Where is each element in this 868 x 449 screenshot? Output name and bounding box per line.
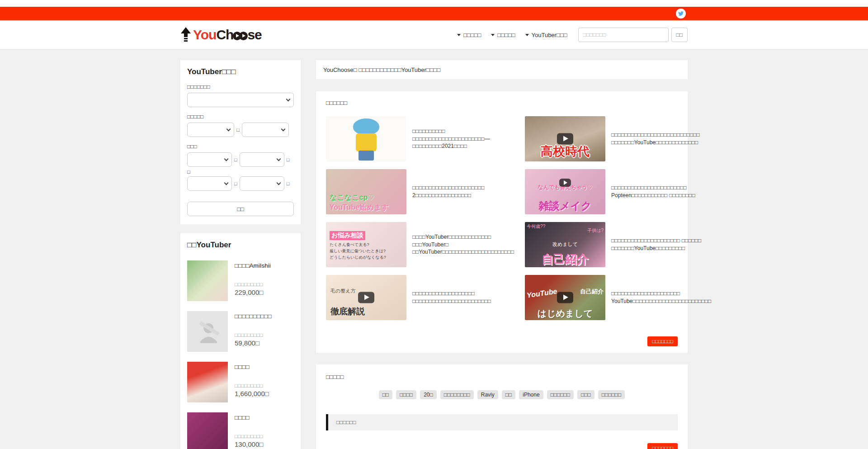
tag-chip-row: □□ □□□□ 20□ □□□□□□□□ Raviy □□ iPhone □□□…: [326, 390, 678, 399]
video-thumbnail[interactable]: YouTube 自己紹介 はじめまして: [525, 275, 605, 320]
video-title[interactable]: □□□□□□□□□□□□□□□□□□□□□ YouTube□□□□□□□□□□□…: [611, 290, 711, 305]
thumbnail-text: 自己紹介: [580, 288, 604, 296]
subscriber-count: 130,000□: [235, 440, 263, 448]
nav-item-2[interactable]: □□□□□: [491, 32, 515, 38]
video-title[interactable]: □□□□□□□□□□□□□□□□□□□□□□ 2□□□□□□□□□□□□□□□□…: [412, 184, 514, 199]
tag-chip[interactable]: □□□□: [396, 390, 416, 399]
tag-chip[interactable]: □□□: [577, 390, 594, 399]
video-title[interactable]: □□□□□□□□□□□□□□□□□□□ □□□□□□□□□□□□□□□□□□□□…: [412, 290, 514, 305]
chevron-down-icon: [457, 34, 461, 36]
thumbnail-text: 雑談メイク: [539, 199, 592, 213]
tag-chip[interactable]: iPhone: [519, 390, 543, 399]
youtuber-photo: [187, 260, 228, 301]
logo-ch: Ch: [216, 27, 233, 42]
thumbnail-text: なこなこcp♡: [330, 193, 374, 203]
subscriber-count: 229,000□: [235, 288, 271, 296]
site-logo[interactable]: YouChse: [180, 27, 262, 43]
video-list-item[interactable]: なんでも答えちゃう♡ 雑談メイク □□□□□□□□□□□□□□□□□□□□□□□…: [525, 169, 711, 214]
youtuber-list-item[interactable]: □□□□ □□□□□□□□□ 130,000□: [187, 412, 294, 449]
youtuber-list-item[interactable]: □□□□□□□□□□ □□□□□□□□□ 59,800□: [187, 311, 294, 352]
thumbnail-text: はじめまして: [538, 307, 593, 320]
video-thumbnail[interactable]: なこなこcp♡ YouTube始めます: [326, 169, 406, 214]
range3-max-select[interactable]: [240, 152, 284, 167]
play-button-icon: [557, 133, 573, 145]
video-thumbnail[interactable]: 毛の整え方 徹底解説: [326, 275, 406, 320]
ranking-panel-title: □□YouTuber: [187, 241, 294, 250]
thumbnail-text: YouTube始めます: [330, 203, 389, 213]
video-thumbnail[interactable]: 高校時代: [525, 116, 605, 161]
range2-connector: □: [236, 127, 240, 132]
range4-min-select[interactable]: [187, 176, 232, 191]
filter-field1-label: □□□□□□□: [187, 84, 294, 90]
tags-section-heading: □□□□□: [326, 373, 678, 380]
nav-item-1[interactable]: □□□□□: [457, 32, 481, 38]
thumbnail-text: 今何歳??: [527, 223, 545, 230]
video-thumbnail[interactable]: なんでも答えちゃう♡ 雑談メイク: [525, 169, 605, 214]
range3-min-select[interactable]: [187, 152, 232, 167]
range4-max-select[interactable]: [240, 176, 284, 191]
video-list-item[interactable]: なこなこcp♡ YouTube始めます □□□□□□□□□□□□□□□□□□□□…: [326, 169, 514, 214]
video-title[interactable]: □□□□□□□□□□□□□□□□□□□□□□□□□□□ □□□□□□□YouTu…: [611, 131, 711, 147]
video-list-item[interactable]: □□□□□□□□□□ □□□□□□□□□□□□□□□□□□□□□□—□□□□□□…: [326, 116, 514, 161]
more-videos-button[interactable]: □□□□□□□: [647, 336, 678, 346]
top-white-strip: [0, 0, 868, 7]
cartoon-shirt-shape: [356, 133, 377, 151]
filter-field3-label: □□□: [187, 143, 294, 150]
filter-submit-button[interactable]: □□: [187, 202, 294, 216]
video-title[interactable]: □□□□□□□□□□ □□□□□□□□□□□□□□□□□□□□□□—□□□□□□…: [412, 128, 514, 150]
range4-suffix: □: [287, 181, 290, 186]
video-grid: □□□□□□□□□□ □□□□□□□□□□□□□□□□□□□□□□—□□□□□□…: [326, 116, 678, 320]
video-title[interactable]: □□□□YouTuber□□□□□□□□□□□□□ □□□YouTuber□ □…: [412, 233, 514, 256]
social-bar: [0, 7, 868, 20]
thumbnail-text: YouTube: [526, 287, 557, 299]
range2-max-select[interactable]: [242, 123, 289, 137]
logo-text: YouChse: [193, 27, 262, 43]
nav-item-youtuber[interactable]: YouTuber□□□: [525, 32, 567, 38]
header-search: □□: [578, 28, 688, 42]
tag-chip[interactable]: □□: [502, 390, 516, 399]
twitter-bird-icon: [678, 11, 684, 16]
video-list-item[interactable]: 高校時代 □□□□□□□□□□□□□□□□□□□□□□□□□□□ □□□□□□□…: [525, 116, 711, 161]
tag-chip[interactable]: □□□□□□: [598, 390, 625, 399]
video-list-item[interactable]: お悩み相談 たくさん食べて太る? 厳しい意見に傷ついたときは? どうしたらいじめ…: [326, 222, 514, 267]
video-thumbnail[interactable]: 今何歳?? 子供は? 改めまして 自己紹介: [525, 222, 605, 267]
thumbnail-text: 毛の整え方: [330, 288, 356, 294]
tag-chip[interactable]: □□□□□□□□: [440, 390, 474, 399]
video-list-item[interactable]: 毛の整え方 徹底解説 □□□□□□□□□□□□□□□□□□□ □□□□□□□□□…: [326, 275, 514, 320]
youtuber-list-item[interactable]: □□□□AmiIshii □□□□□□□□□ 229,000□: [187, 260, 294, 301]
youtuber-list-item[interactable]: □□□□ □□□□□□□□□ 1,660,000□: [187, 362, 294, 402]
play-button-icon: [358, 292, 374, 303]
search-button[interactable]: □□: [671, 28, 688, 42]
play-circle-icon: [239, 32, 248, 40]
up-arrow-icon: [180, 27, 191, 43]
twitter-link[interactable]: [676, 9, 686, 19]
video-title[interactable]: □□□□□□□□□□□□□□□□□□□□□□□ Popteen□□□□□□□□□…: [611, 184, 711, 199]
subscriber-count: 1,660,000□: [235, 390, 269, 397]
tag-chip[interactable]: 20□: [420, 390, 437, 399]
video-title[interactable]: □□□□□□□□□□□□□□□□□□□□□ □□□□□□ □□□□□□□YouT…: [611, 237, 711, 252]
tag-chip[interactable]: □□□□□□: [547, 390, 574, 399]
chevron-down-icon: [525, 34, 529, 36]
category-select[interactable]: [187, 93, 294, 107]
play-button-icon: [559, 179, 571, 187]
tag-chip[interactable]: Raviy: [477, 390, 498, 399]
youtuber-search-panel: YouTuber□□□ □□□□□□□ □□□□□ □ □□□ □ □ □ □: [180, 60, 301, 224]
more-tags-button[interactable]: □□□□□□□: [647, 443, 678, 449]
range3-connector: □: [234, 157, 237, 162]
video-list-item[interactable]: 今何歳?? 子供は? 改めまして 自己紹介 □□□□□□□□□□□□□□□□□□…: [525, 222, 711, 267]
filter-panel-title: YouTuber□□□: [187, 67, 294, 76]
tag-chip[interactable]: □□: [379, 390, 393, 399]
highlight-quote-text: □□□□□□: [336, 419, 356, 425]
range2-min-select[interactable]: [187, 123, 234, 137]
cartoon-legs-shape: [359, 151, 374, 161]
video-thumbnail[interactable]: [326, 116, 406, 161]
search-input[interactable]: [578, 28, 669, 42]
no-image-placeholder: [187, 311, 228, 352]
video-list-item[interactable]: YouTube 自己紹介 はじめまして □□□□□□□□□□□□□□□□□□□□…: [525, 275, 711, 320]
youtuber-name: □□□□: [235, 414, 263, 421]
sidebar: YouTuber□□□ □□□□□□□ □□□□□ □ □□□ □ □ □ □: [180, 60, 301, 449]
video-section-heading: □□□□□□: [326, 99, 678, 106]
logo-se: se: [247, 27, 261, 42]
main-nav: □□□□□ □□□□□ YouTuber□□□: [457, 32, 567, 38]
video-thumbnail[interactable]: お悩み相談 たくさん食べて太る? 厳しい意見に傷ついたときは? どうしたらいじめ…: [326, 222, 406, 267]
